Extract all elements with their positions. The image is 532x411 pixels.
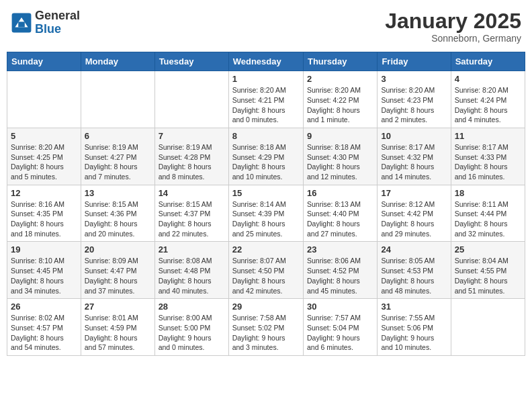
calendar-week-row: 26Sunrise: 8:02 AM Sunset: 4:57 PM Dayli… (7, 299, 525, 356)
day-number: 17 (381, 188, 447, 198)
logo: General Blue (11, 9, 80, 36)
calendar-cell: 28Sunrise: 8:00 AM Sunset: 5:00 PM Dayli… (154, 299, 228, 356)
day-number: 16 (307, 188, 373, 198)
calendar-cell: 30Sunrise: 7:57 AM Sunset: 5:04 PM Dayli… (303, 299, 377, 356)
day-info: Sunrise: 8:17 AM Sunset: 4:33 PM Dayligh… (455, 142, 521, 182)
day-info: Sunrise: 8:13 AM Sunset: 4:40 PM Dayligh… (307, 199, 373, 239)
day-number: 7 (159, 131, 225, 141)
calendar-cell: 16Sunrise: 8:13 AM Sunset: 4:40 PM Dayli… (303, 185, 377, 242)
calendar-cell: 24Sunrise: 8:05 AM Sunset: 4:53 PM Dayli… (378, 242, 451, 299)
calendar-cell: 19Sunrise: 8:10 AM Sunset: 4:45 PM Dayli… (7, 242, 81, 299)
day-info: Sunrise: 8:19 AM Sunset: 4:27 PM Dayligh… (85, 142, 151, 182)
day-number: 21 (159, 244, 225, 255)
day-info: Sunrise: 8:18 AM Sunset: 4:30 PM Dayligh… (307, 142, 373, 182)
calendar-week-row: 5Sunrise: 8:20 AM Sunset: 4:25 PM Daylig… (7, 128, 525, 185)
calendar-cell: 13Sunrise: 8:15 AM Sunset: 4:36 PM Dayli… (81, 185, 154, 242)
calendar-cell: 4Sunrise: 8:20 AM Sunset: 4:24 PM Daylig… (451, 71, 525, 128)
calendar-cell: 31Sunrise: 7:55 AM Sunset: 5:06 PM Dayli… (378, 299, 451, 356)
day-info: Sunrise: 8:08 AM Sunset: 4:48 PM Dayligh… (159, 256, 225, 295)
day-info: Sunrise: 8:01 AM Sunset: 4:59 PM Dayligh… (85, 313, 151, 353)
calendar-cell: 8Sunrise: 8:18 AM Sunset: 4:29 PM Daylig… (228, 128, 303, 185)
calendar-week-row: 19Sunrise: 8:10 AM Sunset: 4:45 PM Dayli… (7, 242, 525, 299)
calendar-cell: 17Sunrise: 8:12 AM Sunset: 4:42 PM Dayli… (378, 185, 451, 242)
month-title: January 2025 (385, 9, 521, 33)
day-number: 20 (85, 244, 151, 255)
day-info: Sunrise: 8:16 AM Sunset: 4:35 PM Dayligh… (11, 199, 77, 239)
day-info: Sunrise: 8:05 AM Sunset: 4:53 PM Dayligh… (381, 256, 447, 295)
day-info: Sunrise: 8:07 AM Sunset: 4:50 PM Dayligh… (232, 256, 300, 295)
day-info: Sunrise: 8:04 AM Sunset: 4:55 PM Dayligh… (455, 256, 521, 295)
day-number: 2 (307, 74, 373, 84)
calendar-cell: 7Sunrise: 8:19 AM Sunset: 4:28 PM Daylig… (154, 128, 228, 185)
day-number: 5 (11, 131, 77, 141)
day-info: Sunrise: 8:00 AM Sunset: 5:00 PM Dayligh… (159, 313, 225, 353)
calendar-cell: 5Sunrise: 8:20 AM Sunset: 4:25 PM Daylig… (7, 128, 81, 185)
calendar-cell: 14Sunrise: 8:15 AM Sunset: 4:37 PM Dayli… (154, 185, 228, 242)
calendar-cell: 20Sunrise: 8:09 AM Sunset: 4:47 PM Dayli… (81, 242, 154, 299)
day-number: 26 (11, 302, 77, 312)
title-section: January 2025 Sonneborn, Germany (385, 9, 521, 44)
calendar-cell: 6Sunrise: 8:19 AM Sunset: 4:27 PM Daylig… (81, 128, 154, 185)
calendar-cell: 21Sunrise: 8:08 AM Sunset: 4:48 PM Dayli… (154, 242, 228, 299)
day-number: 6 (85, 131, 151, 141)
day-number: 3 (381, 74, 447, 84)
day-number: 4 (455, 74, 521, 84)
day-info: Sunrise: 8:18 AM Sunset: 4:29 PM Dayligh… (232, 142, 300, 182)
day-number: 15 (232, 188, 300, 198)
calendar-cell: 29Sunrise: 7:58 AM Sunset: 5:02 PM Dayli… (228, 299, 303, 356)
day-number: 29 (232, 302, 300, 312)
day-info: Sunrise: 8:06 AM Sunset: 4:52 PM Dayligh… (307, 256, 373, 295)
calendar-cell: 27Sunrise: 8:01 AM Sunset: 4:59 PM Dayli… (81, 299, 154, 356)
day-info: Sunrise: 8:11 AM Sunset: 4:44 PM Dayligh… (455, 199, 521, 239)
day-info: Sunrise: 8:14 AM Sunset: 4:39 PM Dayligh… (232, 199, 300, 239)
svg-rect-2 (18, 21, 25, 27)
day-number: 11 (455, 131, 521, 141)
calendar-cell: 18Sunrise: 8:11 AM Sunset: 4:44 PM Dayli… (451, 185, 525, 242)
day-number: 13 (85, 188, 151, 198)
calendar-cell: 12Sunrise: 8:16 AM Sunset: 4:35 PM Dayli… (7, 185, 81, 242)
day-info: Sunrise: 7:58 AM Sunset: 5:02 PM Dayligh… (232, 313, 300, 353)
logo-icon (11, 12, 32, 34)
calendar-header-row: SundayMondayTuesdayWednesdayThursdayFrid… (7, 52, 525, 71)
day-of-week-header: Saturday (451, 52, 525, 71)
day-of-week-header: Monday (81, 52, 154, 71)
day-number: 14 (159, 188, 225, 198)
day-number: 27 (85, 302, 151, 312)
day-info: Sunrise: 8:02 AM Sunset: 4:57 PM Dayligh… (11, 313, 77, 353)
day-number: 24 (381, 244, 447, 255)
day-info: Sunrise: 8:10 AM Sunset: 4:45 PM Dayligh… (11, 256, 77, 295)
day-number: 30 (307, 302, 373, 312)
calendar-cell: 3Sunrise: 8:20 AM Sunset: 4:23 PM Daylig… (378, 71, 451, 128)
day-info: Sunrise: 7:55 AM Sunset: 5:06 PM Dayligh… (381, 313, 447, 353)
day-number: 18 (455, 188, 521, 198)
day-info: Sunrise: 8:20 AM Sunset: 4:24 PM Dayligh… (455, 85, 521, 125)
day-number: 23 (307, 244, 373, 255)
calendar-cell (154, 71, 228, 128)
day-of-week-header: Friday (378, 52, 451, 71)
calendar-cell: 26Sunrise: 8:02 AM Sunset: 4:57 PM Dayli… (7, 299, 81, 356)
day-number: 22 (232, 244, 300, 255)
day-number: 31 (381, 302, 447, 312)
day-info: Sunrise: 8:09 AM Sunset: 4:47 PM Dayligh… (85, 256, 151, 295)
day-number: 25 (455, 244, 521, 255)
calendar-week-row: 12Sunrise: 8:16 AM Sunset: 4:35 PM Dayli… (7, 185, 525, 242)
calendar-cell: 23Sunrise: 8:06 AM Sunset: 4:52 PM Dayli… (303, 242, 377, 299)
day-number: 12 (11, 188, 77, 198)
logo-blue: Blue (35, 23, 80, 36)
calendar-cell (7, 71, 81, 128)
calendar-cell: 2Sunrise: 8:20 AM Sunset: 4:22 PM Daylig… (303, 71, 377, 128)
calendar-cell (451, 299, 525, 356)
day-info: Sunrise: 8:12 AM Sunset: 4:42 PM Dayligh… (381, 199, 447, 239)
day-info: Sunrise: 8:19 AM Sunset: 4:28 PM Dayligh… (159, 142, 225, 182)
day-info: Sunrise: 7:57 AM Sunset: 5:04 PM Dayligh… (307, 313, 373, 353)
day-number: 9 (307, 131, 373, 141)
calendar-cell (81, 71, 154, 128)
calendar-cell: 25Sunrise: 8:04 AM Sunset: 4:55 PM Dayli… (451, 242, 525, 299)
day-info: Sunrise: 8:20 AM Sunset: 4:22 PM Dayligh… (307, 85, 373, 125)
day-info: Sunrise: 8:15 AM Sunset: 4:36 PM Dayligh… (85, 199, 151, 239)
day-number: 19 (11, 244, 77, 255)
calendar-cell: 9Sunrise: 8:18 AM Sunset: 4:30 PM Daylig… (303, 128, 377, 185)
day-number: 8 (232, 131, 300, 141)
day-number: 28 (159, 302, 225, 312)
calendar-cell: 11Sunrise: 8:17 AM Sunset: 4:33 PM Dayli… (451, 128, 525, 185)
